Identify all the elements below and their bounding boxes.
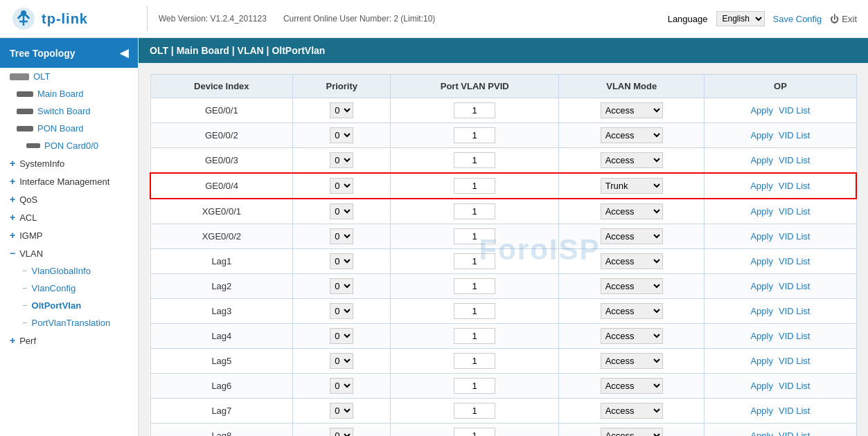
vid-list-link[interactable]: VID List (779, 155, 811, 165)
apply-link[interactable]: Apply (750, 105, 773, 116)
port-vlan-translation-link[interactable]: PortVlanTranslation (32, 318, 111, 328)
pvid-input[interactable] (454, 203, 495, 219)
apply-link[interactable]: Apply (750, 331, 773, 341)
vid-list-link[interactable]: VID List (779, 181, 811, 191)
vid-list-link[interactable]: VID List (779, 406, 811, 416)
vlan-mode-select[interactable]: AccessTrunkHybrid (601, 328, 663, 344)
vid-list-link[interactable]: VID List (779, 281, 811, 291)
vlan-mode-select[interactable]: AccessTrunkHybrid (601, 102, 663, 118)
vlan-mode-select[interactable]: AccessTrunkHybrid (601, 228, 663, 244)
apply-link[interactable]: Apply (750, 406, 773, 416)
vlan-mode-select[interactable]: AccessTrunkHybrid (601, 178, 663, 194)
sidebar-item-pon-board[interactable]: PON Board (0, 120, 138, 137)
cell-op: ApplyVID List (705, 123, 856, 148)
apply-link[interactable]: Apply (750, 181, 773, 191)
apply-link[interactable]: Apply (750, 381, 773, 391)
sidebar-item-qos[interactable]: + QoS (0, 190, 138, 208)
pvid-input[interactable] (454, 403, 495, 419)
sidebar-item-olt[interactable]: OLT (0, 68, 138, 85)
language-select[interactable]: English (716, 11, 765, 26)
apply-link[interactable]: Apply (750, 155, 773, 165)
sidebar-item-olt-port-vlan[interactable]: − OltPortVlan (0, 297, 138, 314)
sidebar-item-systeminfo[interactable]: + SystemInfo (0, 154, 138, 172)
vlan-config-link[interactable]: VlanConfig (32, 283, 76, 293)
switch-board-link[interactable]: Switch Board (37, 106, 91, 116)
exit-button[interactable]: ⏻ Exit (830, 14, 857, 24)
pvid-input[interactable] (454, 102, 495, 118)
pvid-input[interactable] (454, 328, 495, 344)
priority-select[interactable]: 01234567 (330, 203, 353, 219)
pvid-input[interactable] (454, 378, 495, 394)
priority-select[interactable]: 01234567 (330, 403, 353, 419)
priority-select[interactable]: 01234567 (330, 253, 353, 269)
sidebar-item-vlan[interactable]: − VLAN (0, 244, 138, 262)
pvid-input[interactable] (454, 353, 495, 369)
apply-link[interactable]: Apply (750, 281, 773, 291)
vlan-global-info-link[interactable]: VlanGlobalInfo (32, 266, 91, 276)
vlan-mode-select[interactable]: AccessTrunkHybrid (601, 428, 663, 436)
pon-board-link[interactable]: PON Board (37, 123, 83, 134)
olt-port-vlan-link[interactable]: OltPortVlan (32, 300, 82, 311)
vlan-mode-select[interactable]: AccessTrunkHybrid (601, 378, 663, 394)
sidebar-item-switch-board[interactable]: Switch Board (0, 102, 138, 120)
vid-list-link[interactable]: VID List (779, 331, 811, 341)
pvid-input[interactable] (454, 428, 495, 436)
priority-select[interactable]: 01234567 (330, 228, 353, 244)
vid-list-link[interactable]: VID List (779, 231, 811, 242)
priority-select[interactable]: 01234567 (330, 428, 353, 436)
priority-select[interactable]: 01234567 (330, 152, 353, 168)
priority-select[interactable]: 01234567 (330, 378, 353, 394)
vid-list-link[interactable]: VID List (779, 306, 811, 316)
pvid-input[interactable] (454, 127, 495, 143)
apply-link[interactable]: Apply (750, 206, 773, 217)
apply-link[interactable]: Apply (750, 231, 773, 242)
pvid-input[interactable] (454, 303, 495, 319)
save-config-button[interactable]: Save Config (773, 14, 822, 24)
vlan-mode-select[interactable]: AccessTrunkHybrid (601, 403, 663, 419)
pvid-input[interactable] (454, 178, 495, 194)
apply-link[interactable]: Apply (750, 356, 773, 366)
vlan-mode-select[interactable]: AccessTrunkHybrid (601, 303, 663, 319)
pon-card-link[interactable]: PON Card0/0 (44, 140, 98, 151)
apply-link[interactable]: Apply (750, 256, 773, 266)
vlan-mode-select[interactable]: AccessTrunkHybrid (601, 203, 663, 219)
priority-select[interactable]: 01234567 (330, 102, 353, 118)
main-board-link[interactable]: Main Board (37, 89, 83, 99)
vlan-mode-select[interactable]: AccessTrunkHybrid (601, 353, 663, 369)
vid-list-link[interactable]: VID List (779, 381, 811, 391)
pvid-input[interactable] (454, 253, 495, 269)
sidebar-item-perf[interactable]: + Perf (0, 331, 138, 349)
olt-link[interactable]: OLT (33, 71, 50, 82)
vid-list-link[interactable]: VID List (779, 130, 811, 140)
sidebar-item-vlan-config[interactable]: − VlanConfig (0, 280, 138, 297)
vid-list-link[interactable]: VID List (779, 206, 811, 217)
sidebar-toggle-icon[interactable]: ◀ (120, 46, 128, 60)
sidebar-item-vlan-global-info[interactable]: − VlanGlobalInfo (0, 262, 138, 280)
apply-link[interactable]: Apply (750, 430, 773, 436)
vlan-mode-select[interactable]: AccessTrunkHybrid (601, 278, 663, 294)
vid-list-link[interactable]: VID List (779, 430, 811, 436)
sidebar-item-port-vlan-translation[interactable]: − PortVlanTranslation (0, 314, 138, 331)
priority-select[interactable]: 01234567 (330, 127, 353, 143)
sidebar-item-acl[interactable]: + ACL (0, 208, 138, 226)
pvid-input[interactable] (454, 278, 495, 294)
sidebar-item-main-board[interactable]: Main Board (0, 85, 138, 102)
priority-select[interactable]: 01234567 (330, 278, 353, 294)
vid-list-link[interactable]: VID List (779, 256, 811, 266)
pvid-input[interactable] (454, 228, 495, 244)
sidebar-item-pon-card[interactable]: PON Card0/0 (0, 137, 138, 154)
pvid-input[interactable] (454, 152, 495, 168)
vlan-mode-select[interactable]: AccessTrunkHybrid (601, 127, 663, 143)
sidebar-item-interface-mgmt[interactable]: + Interface Management (0, 172, 138, 190)
priority-select[interactable]: 01234567 (330, 353, 353, 369)
priority-select[interactable]: 01234567 (330, 303, 353, 319)
vid-list-link[interactable]: VID List (779, 105, 811, 116)
apply-link[interactable]: Apply (750, 306, 773, 316)
vlan-mode-select[interactable]: AccessTrunkHybrid (601, 152, 663, 168)
vid-list-link[interactable]: VID List (779, 356, 811, 366)
vlan-mode-select[interactable]: AccessTrunkHybrid (601, 253, 663, 269)
priority-select[interactable]: 01234567 (330, 178, 353, 194)
apply-link[interactable]: Apply (750, 130, 773, 140)
sidebar-item-igmp[interactable]: + IGMP (0, 226, 138, 244)
priority-select[interactable]: 01234567 (330, 328, 353, 344)
